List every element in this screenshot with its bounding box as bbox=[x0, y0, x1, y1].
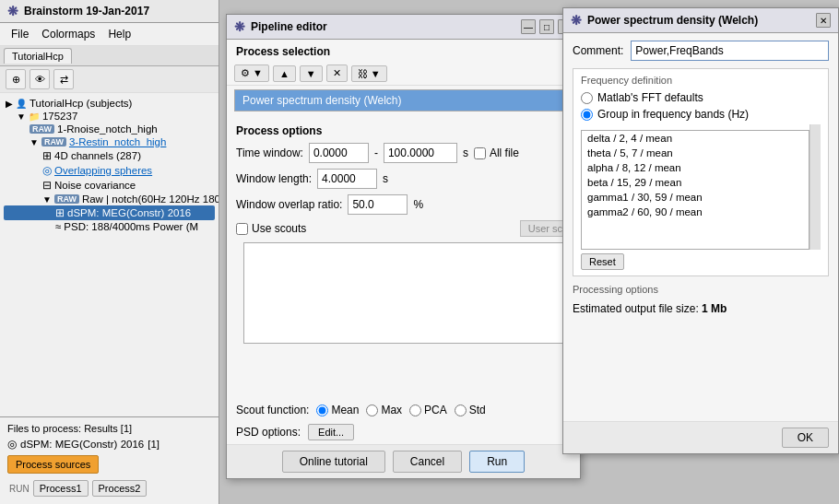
window-overlap-label: Window overlap ratio: bbox=[236, 198, 342, 211]
freq-definition-box: Frequency definition Matlab's FFT defaul… bbox=[573, 68, 829, 276]
pipeline-gear[interactable]: ⚙ ▼ bbox=[234, 64, 269, 82]
scout-function-row: Scout function: Mean Max PCA Std bbox=[227, 400, 580, 420]
psd-close[interactable]: ✕ bbox=[816, 13, 831, 28]
files-to-process-label: Files to process: Results [1] bbox=[4, 421, 215, 436]
time-window-label: Time window: bbox=[236, 147, 303, 159]
bottom-panel: Files to process: Results [1] ◎ dSPM: ME… bbox=[0, 416, 219, 504]
tree-subjects[interactable]: ▶ 👤 TutorialHcp (subjects) bbox=[4, 97, 215, 110]
freq-band-gamma2[interactable]: gamma2 / 60, 90 / mean bbox=[582, 205, 809, 219]
group-freq-radio[interactable]: Group in frequency bands (Hz) bbox=[581, 108, 821, 121]
process-list: Power spectrum density (Welch) bbox=[234, 89, 573, 111]
scout-function-label: Scout function: bbox=[236, 404, 309, 416]
time-window-end[interactable] bbox=[384, 143, 457, 163]
freq-band-gamma1[interactable]: gamma1 / 30, 59 / mean bbox=[582, 190, 809, 205]
pipeline-link[interactable]: ⛓ ▼ bbox=[351, 65, 387, 82]
process-list-item-psd[interactable]: Power spectrum density (Welch) bbox=[235, 90, 572, 111]
tree-panel: ▶ 👤 TutorialHcp (subjects) ▼ 📁 175237 RA… bbox=[0, 93, 219, 416]
comment-label: Comment: bbox=[573, 44, 623, 57]
run-button[interactable]: Run bbox=[469, 451, 525, 473]
tree-item-rnoise[interactable]: RAW 1-Rnoise_notch_high bbox=[4, 123, 215, 135]
psd-icon: ❋ bbox=[571, 13, 582, 28]
bottom-dspm-item[interactable]: ◎ dSPM: MEG(Constr) 2016 [1] bbox=[4, 436, 215, 452]
output-size-value: 1 Mb bbox=[702, 302, 727, 315]
process1-tab[interactable]: Process1 bbox=[33, 480, 89, 497]
time-window-unit: s bbox=[463, 147, 468, 159]
pipeline-up[interactable]: ▲ bbox=[273, 65, 296, 82]
window-overlap-row: Window overlap ratio: % bbox=[236, 194, 571, 215]
menu-file[interactable]: File bbox=[6, 26, 34, 42]
pipeline-down[interactable]: ▼ bbox=[300, 65, 323, 82]
menu-bar: File Colormaps Help bbox=[0, 23, 219, 46]
psd-title-group: ❋ Power spectrum density (Welch) bbox=[571, 13, 758, 28]
psd-ok-row: OK bbox=[563, 421, 838, 453]
toolbar-icon-3[interactable]: ⇄ bbox=[53, 69, 74, 89]
menu-colormaps[interactable]: Colormaps bbox=[36, 26, 100, 42]
scout-pca-radio[interactable]: PCA bbox=[409, 404, 447, 416]
tree-toolbar: ⊕ 👁 ⇄ bbox=[0, 66, 219, 93]
psd-dialog: ❋ Power spectrum density (Welch) ✕ Comme… bbox=[562, 7, 839, 454]
pipeline-minimize[interactable]: — bbox=[521, 19, 536, 34]
comment-input[interactable] bbox=[631, 41, 829, 61]
scouts-area bbox=[243, 242, 563, 344]
brainstorm-title: Brainstorm 19-Jan-2017 bbox=[24, 5, 149, 18]
output-size-row: Estimated output file size: 1 Mb bbox=[573, 299, 829, 319]
freq-bands-container: delta / 2, 4 / mean theta / 5, 7 / mean … bbox=[581, 124, 821, 250]
tree-item-raw-notch[interactable]: ▼ RAW Raw | notch(60Hz 120Hz 180H bbox=[4, 193, 215, 205]
toolbar-icon-2[interactable]: 👁 bbox=[30, 69, 50, 89]
online-tutorial-button[interactable]: Online tutorial bbox=[282, 451, 385, 473]
pipeline-title-group: ❋ Pipeline editor bbox=[234, 19, 327, 34]
tree-item-4d[interactable]: ⊞ 4D channels (287) bbox=[4, 148, 215, 163]
scout-max-radio[interactable]: Max bbox=[366, 404, 402, 416]
freq-bands-scrollbar[interactable] bbox=[809, 124, 821, 250]
psd-edit-button[interactable]: Edit... bbox=[308, 424, 354, 440]
toolbar-icon-1[interactable]: ⊕ bbox=[6, 69, 26, 89]
tree-item-psd[interactable]: ≈ PSD: 188/4000ms Power (M bbox=[4, 220, 215, 233]
tree-item-dspm[interactable]: ⊞ dSPM: MEG(Constr) 2016 bbox=[4, 205, 215, 220]
pipeline-icon: ❋ bbox=[234, 19, 245, 34]
use-scouts-checkbox[interactable]: Use scouts bbox=[236, 222, 306, 235]
tree-item-cov[interactable]: ⊟ Noise covariance bbox=[4, 178, 215, 193]
freq-bands-listbox[interactable]: delta / 2, 4 / mean theta / 5, 7 / mean … bbox=[581, 130, 809, 250]
freq-band-delta[interactable]: delta / 2, 4 / mean bbox=[582, 131, 809, 146]
scout-mean-radio[interactable]: Mean bbox=[316, 404, 359, 416]
process-options-header: Process options bbox=[236, 121, 571, 143]
ok-button[interactable]: OK bbox=[782, 428, 829, 448]
time-window-start[interactable] bbox=[309, 143, 369, 163]
psd-dialog-content: Comment: Frequency definition Matlab's F… bbox=[563, 33, 838, 421]
options-section: Process options Time window: - s All fil… bbox=[227, 115, 580, 400]
window-length-label: Window length: bbox=[236, 172, 312, 185]
processing-options-title: Processing options bbox=[573, 284, 829, 295]
process-sources-button[interactable]: Process sources bbox=[7, 455, 99, 474]
pipeline-titlebar: ❋ Pipeline editor — □ ✕ bbox=[227, 15, 580, 40]
freq-band-theta[interactable]: theta / 5, 7 / mean bbox=[582, 146, 809, 160]
process2-tab[interactable]: Process2 bbox=[92, 480, 148, 497]
use-scouts-row: Use scouts User sc bbox=[236, 220, 571, 237]
cancel-button[interactable]: Cancel bbox=[393, 451, 462, 473]
tree-item-spheres[interactable]: ◎ Overlapping spheres bbox=[4, 163, 215, 178]
tab-tutorialhcp[interactable]: TutorialHcp bbox=[4, 48, 72, 64]
time-window-row: Time window: - s All file bbox=[236, 143, 571, 163]
pipeline-maximize[interactable]: □ bbox=[539, 19, 554, 34]
scout-std-radio[interactable]: Std bbox=[455, 404, 486, 416]
tree-subject-id[interactable]: ▼ 📁 175237 bbox=[4, 110, 215, 123]
pipeline-toolbar: ⚙ ▼ ▲ ▼ ✕ ⛓ ▼ bbox=[227, 62, 580, 86]
window-overlap-unit: % bbox=[413, 198, 423, 211]
brainstorm-titlebar: ❋ Brainstorm 19-Jan-2017 bbox=[0, 0, 219, 23]
window-length-input[interactable] bbox=[317, 169, 377, 189]
freq-band-alpha[interactable]: alpha / 8, 12 / mean bbox=[582, 160, 809, 175]
window-overlap-input[interactable] bbox=[348, 194, 408, 215]
tree-item-restin[interactable]: ▼ RAW 3-Restin_notch_high bbox=[4, 135, 215, 148]
psd-options-label: PSD options: bbox=[236, 426, 301, 439]
all-files-checkbox[interactable]: All file bbox=[474, 147, 519, 159]
matlab-fft-radio[interactable]: Matlab's FFT defaults bbox=[581, 91, 821, 104]
psd-titlebar: ❋ Power spectrum density (Welch) ✕ bbox=[563, 8, 838, 33]
menu-help[interactable]: Help bbox=[102, 26, 136, 42]
pipeline-delete[interactable]: ✕ bbox=[326, 64, 348, 82]
window-length-row: Window length: s bbox=[236, 169, 571, 189]
reset-button[interactable]: Reset bbox=[581, 253, 624, 270]
comment-row: Comment: bbox=[573, 41, 829, 61]
freq-band-beta[interactable]: beta / 15, 29 / mean bbox=[582, 175, 809, 190]
process-selection-header: Process selection bbox=[227, 40, 580, 62]
window-length-unit: s bbox=[383, 172, 388, 185]
pipeline-title: Pipeline editor bbox=[251, 20, 327, 33]
